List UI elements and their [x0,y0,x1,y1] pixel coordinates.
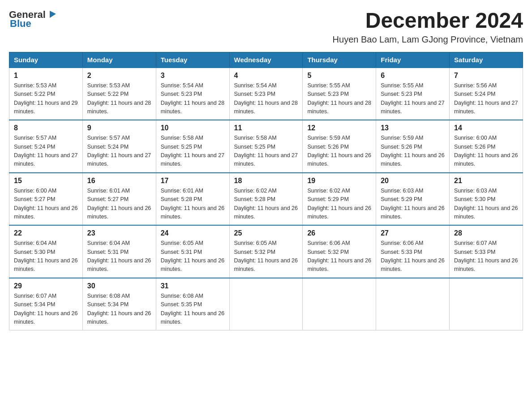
month-title: December 2024 [333,9,523,33]
day-info: Sunrise: 6:06 AMSunset: 5:33 PMDaylight:… [381,240,444,272]
day-info: Sunrise: 6:03 AMSunset: 5:29 PMDaylight:… [381,188,444,220]
day-number: 5 [307,72,371,80]
day-info: Sunrise: 6:05 AMSunset: 5:31 PMDaylight:… [161,240,224,272]
day-number: 22 [14,229,78,237]
day-number: 15 [14,177,78,185]
table-row: 5 Sunrise: 5:55 AMSunset: 5:23 PMDayligh… [303,68,376,120]
day-number: 8 [14,124,78,132]
table-row: 22 Sunrise: 6:04 AMSunset: 5:30 PMDaylig… [9,225,83,278]
day-info: Sunrise: 6:00 AMSunset: 5:27 PMDaylight:… [14,188,77,220]
day-number: 13 [381,124,445,132]
logo-arrow-icon [47,9,57,19]
day-info: Sunrise: 5:59 AMSunset: 5:26 PMDaylight:… [381,135,444,167]
day-number: 29 [14,282,78,290]
table-row: 3 Sunrise: 5:54 AMSunset: 5:23 PMDayligh… [156,68,229,120]
weekday-header-thursday: Thursday [303,52,376,68]
weekday-header-sunday: Sunday [9,52,83,68]
day-number: 23 [87,229,151,237]
calendar-week-row: 8 Sunrise: 5:57 AMSunset: 5:24 PMDayligh… [9,120,523,173]
table-row: 20 Sunrise: 6:03 AMSunset: 5:29 PMDaylig… [376,173,450,226]
calendar-table: SundayMondayTuesdayWednesdayThursdayFrid… [9,52,523,331]
table-row: 1 Sunrise: 5:53 AMSunset: 5:22 PMDayligh… [9,68,83,120]
table-row [229,278,303,330]
day-number: 2 [87,72,151,80]
calendar-week-row: 1 Sunrise: 5:53 AMSunset: 5:22 PMDayligh… [9,68,523,120]
calendar-week-row: 29 Sunrise: 6:07 AMSunset: 5:34 PMDaylig… [9,278,523,330]
day-info: Sunrise: 6:01 AMSunset: 5:27 PMDaylight:… [87,188,151,220]
logo: General Blue [9,9,57,30]
day-info: Sunrise: 5:56 AMSunset: 5:24 PMDaylight:… [454,82,518,115]
table-row: 28 Sunrise: 6:07 AMSunset: 5:33 PMDaylig… [450,225,523,278]
table-row: 11 Sunrise: 5:58 AMSunset: 5:25 PMDaylig… [229,120,303,173]
table-row [450,278,523,330]
table-row: 2 Sunrise: 5:53 AMSunset: 5:22 PMDayligh… [82,68,156,120]
table-row: 24 Sunrise: 6:05 AMSunset: 5:31 PMDaylig… [156,225,229,278]
day-number: 11 [234,124,298,132]
svg-marker-0 [50,11,56,18]
table-row [303,278,376,330]
table-row: 25 Sunrise: 6:05 AMSunset: 5:32 PMDaylig… [229,225,303,278]
day-number: 20 [381,177,445,185]
table-row: 29 Sunrise: 6:07 AMSunset: 5:34 PMDaylig… [9,278,83,330]
logo-blue: Blue [10,18,31,30]
table-row: 9 Sunrise: 5:57 AMSunset: 5:24 PMDayligh… [82,120,156,173]
day-info: Sunrise: 6:01 AMSunset: 5:28 PMDaylight:… [161,188,224,220]
day-info: Sunrise: 6:07 AMSunset: 5:34 PMDaylight:… [14,293,77,325]
table-row: 14 Sunrise: 6:00 AMSunset: 5:26 PMDaylig… [450,120,523,173]
day-info: Sunrise: 6:00 AMSunset: 5:26 PMDaylight:… [454,135,518,167]
day-info: Sunrise: 6:08 AMSunset: 5:35 PMDaylight:… [161,293,224,325]
table-row: 30 Sunrise: 6:08 AMSunset: 5:34 PMDaylig… [82,278,156,330]
day-number: 9 [87,124,151,132]
table-row: 18 Sunrise: 6:02 AMSunset: 5:28 PMDaylig… [229,173,303,226]
day-info: Sunrise: 5:53 AMSunset: 5:22 PMDaylight:… [14,82,77,115]
table-row: 16 Sunrise: 6:01 AMSunset: 5:27 PMDaylig… [82,173,156,226]
day-info: Sunrise: 6:05 AMSunset: 5:32 PMDaylight:… [234,240,298,272]
table-row: 17 Sunrise: 6:01 AMSunset: 5:28 PMDaylig… [156,173,229,226]
day-info: Sunrise: 5:55 AMSunset: 5:23 PMDaylight:… [307,82,371,115]
table-row: 6 Sunrise: 5:55 AMSunset: 5:23 PMDayligh… [376,68,450,120]
day-number: 17 [161,177,225,185]
day-info: Sunrise: 5:55 AMSunset: 5:23 PMDaylight:… [381,82,444,115]
day-info: Sunrise: 5:59 AMSunset: 5:26 PMDaylight:… [307,135,371,167]
weekday-header-row: SundayMondayTuesdayWednesdayThursdayFrid… [9,52,523,68]
day-info: Sunrise: 6:02 AMSunset: 5:29 PMDaylight:… [307,188,371,220]
day-info: Sunrise: 5:57 AMSunset: 5:24 PMDaylight:… [87,135,151,167]
table-row: 19 Sunrise: 6:02 AMSunset: 5:29 PMDaylig… [303,173,376,226]
day-info: Sunrise: 5:54 AMSunset: 5:23 PMDaylight:… [161,82,224,115]
table-row: 8 Sunrise: 5:57 AMSunset: 5:24 PMDayligh… [9,120,83,173]
day-info: Sunrise: 5:57 AMSunset: 5:24 PMDaylight:… [14,135,77,167]
day-number: 1 [14,72,78,80]
day-number: 19 [307,177,371,185]
table-row: 31 Sunrise: 6:08 AMSunset: 5:35 PMDaylig… [156,278,229,330]
table-row: 4 Sunrise: 5:54 AMSunset: 5:23 PMDayligh… [229,68,303,120]
day-number: 31 [161,282,225,290]
day-number: 26 [307,229,371,237]
day-info: Sunrise: 6:08 AMSunset: 5:34 PMDaylight:… [87,293,151,325]
weekday-header-wednesday: Wednesday [229,52,303,68]
table-row: 21 Sunrise: 6:03 AMSunset: 5:30 PMDaylig… [450,173,523,226]
day-info: Sunrise: 6:07 AMSunset: 5:33 PMDaylight:… [454,240,518,272]
weekday-header-friday: Friday [376,52,450,68]
page-header: General Blue December 2024 Huyen Bao Lam… [9,9,523,45]
day-info: Sunrise: 6:06 AMSunset: 5:32 PMDaylight:… [307,240,371,272]
table-row: 12 Sunrise: 5:59 AMSunset: 5:26 PMDaylig… [303,120,376,173]
table-row: 15 Sunrise: 6:00 AMSunset: 5:27 PMDaylig… [9,173,83,226]
table-row: 27 Sunrise: 6:06 AMSunset: 5:33 PMDaylig… [376,225,450,278]
location-title: Huyen Bao Lam, Lam GJong Province, Vietn… [333,34,523,45]
day-number: 27 [381,229,445,237]
day-number: 6 [381,72,445,80]
day-number: 30 [87,282,151,290]
day-info: Sunrise: 6:03 AMSunset: 5:30 PMDaylight:… [454,188,518,220]
day-info: Sunrise: 6:02 AMSunset: 5:28 PMDaylight:… [234,188,298,220]
table-row: 13 Sunrise: 5:59 AMSunset: 5:26 PMDaylig… [376,120,450,173]
day-number: 10 [161,124,225,132]
table-row [376,278,450,330]
title-block: December 2024 Huyen Bao Lam, Lam GJong P… [333,9,523,45]
day-number: 28 [454,229,518,237]
day-number: 3 [161,72,225,80]
day-number: 4 [234,72,298,80]
day-number: 25 [234,229,298,237]
day-number: 18 [234,177,298,185]
table-row: 7 Sunrise: 5:56 AMSunset: 5:24 PMDayligh… [450,68,523,120]
day-info: Sunrise: 6:04 AMSunset: 5:30 PMDaylight:… [14,240,77,272]
